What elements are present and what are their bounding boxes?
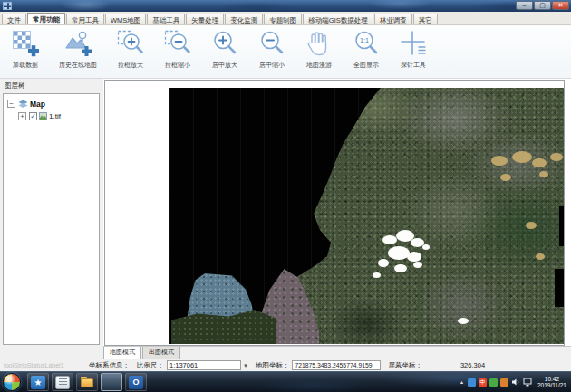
volume-icon[interactable] bbox=[511, 378, 520, 387]
map-viewport[interactable] bbox=[104, 80, 565, 346]
tab-layout-mode[interactable]: 出图模式 bbox=[142, 347, 180, 359]
toolbar-button-label: 居中缩小 bbox=[259, 61, 285, 70]
toolbar-button-label: 加载数据 bbox=[13, 61, 38, 70]
menu-tab-vector-processing[interactable]: 矢量处理 bbox=[186, 14, 224, 24]
clearing-patch bbox=[526, 222, 537, 229]
toolbar-button-label: 历史在线地图 bbox=[59, 61, 97, 70]
minimize-button[interactable]: – bbox=[516, 1, 533, 10]
collapse-icon[interactable]: − bbox=[7, 100, 15, 108]
clearing-patch bbox=[500, 174, 511, 181]
toolbar-button-label: 探针工具 bbox=[401, 61, 426, 70]
raster-file-icon bbox=[39, 112, 47, 120]
scale-input[interactable]: 1:137061 bbox=[167, 360, 241, 370]
status-strip-label: toolStripStatusLabel1 bbox=[4, 362, 82, 368]
cloud bbox=[413, 262, 422, 268]
box-zoom-out-icon bbox=[162, 27, 193, 60]
cloud bbox=[382, 235, 397, 244]
tray-blue-app-icon[interactable] bbox=[468, 378, 476, 387]
svg-text:1:1: 1:1 bbox=[360, 36, 369, 44]
menu-tab-other[interactable]: 其它 bbox=[413, 14, 438, 24]
layer-checkbox[interactable]: ✓ bbox=[29, 112, 37, 120]
taskbar-forestry-gis-app[interactable]: 林 bbox=[101, 373, 122, 391]
clearing-patch bbox=[532, 158, 547, 167]
tray-expand-icon[interactable]: ▲ bbox=[460, 379, 464, 385]
tray-green-app-icon[interactable] bbox=[489, 378, 498, 387]
tree-node-label[interactable]: 1.tif bbox=[49, 112, 61, 120]
cloud bbox=[378, 259, 389, 267]
tab-map-mode[interactable]: 地图模式 bbox=[103, 347, 141, 359]
tree-node-layer[interactable]: + ✓ 1.tif bbox=[4, 110, 99, 122]
taskbar-clock[interactable]: 10:42 2019/11/21 bbox=[537, 376, 566, 389]
layer-panel: 图层树 − Map + ✓ bbox=[0, 79, 102, 359]
cloud bbox=[407, 252, 421, 262]
map-coord-label: 地图坐标： bbox=[256, 361, 290, 370]
cloud bbox=[458, 318, 469, 324]
cloud bbox=[373, 272, 381, 278]
maximize-button[interactable]: ▢ bbox=[534, 1, 551, 10]
probe-tool-button[interactable]: 探针工具 bbox=[390, 27, 437, 76]
menu-tab-common-functions[interactable]: 常用功能 bbox=[27, 13, 65, 24]
taskbar: ★ 林 O ▲ 中 bbox=[0, 371, 571, 392]
menu-tab-mobile-gis-data[interactable]: 移动端GIS数据处理 bbox=[303, 14, 373, 24]
scale-dropdown-icon[interactable]: ▼ bbox=[243, 363, 248, 368]
history-online-map-icon bbox=[63, 27, 93, 60]
clearing-patch bbox=[539, 171, 548, 177]
toolbar-button-label: 全图显示 bbox=[353, 61, 379, 70]
menu-tab-file[interactable]: 文件 bbox=[2, 14, 26, 24]
taskbar-star-app[interactable]: ★ bbox=[27, 373, 49, 391]
full-extent-button[interactable]: 1:1 全图显示 bbox=[343, 27, 390, 76]
main-content: 图层树 − Map + ✓ bbox=[0, 79, 571, 359]
clearing-patch bbox=[536, 253, 545, 260]
map-pan-icon bbox=[304, 27, 334, 60]
menu-tab-wms-map[interactable]: WMS地图 bbox=[105, 14, 146, 24]
box-zoom-out-button[interactable]: 拉框缩小 bbox=[154, 27, 201, 76]
system-tray: ▲ 中 10:42 2019/11/21 bbox=[460, 376, 568, 389]
expand-icon[interactable]: + bbox=[18, 112, 26, 120]
center-zoom-out-icon bbox=[256, 27, 287, 60]
history-online-map-button[interactable]: 历史在线地图 bbox=[49, 27, 107, 76]
no-data-notch bbox=[559, 206, 565, 246]
start-button[interactable] bbox=[3, 373, 21, 391]
tray-ime-icon[interactable]: 中 bbox=[479, 378, 487, 387]
menu-tab-forestry-survey[interactable]: 林业调查 bbox=[374, 14, 412, 24]
clock-date: 2019/11/21 bbox=[537, 382, 566, 389]
title-bar: – ▢ ✕ bbox=[0, 0, 571, 12]
app-window-icon bbox=[3, 2, 12, 10]
application-window: – ▢ ✕ 文件 常用功能 常用工具 WMS地图 基础工具 矢量处理 变化监测 … bbox=[0, 0, 571, 392]
map-pan-button[interactable]: 地图漫游 bbox=[295, 27, 343, 76]
taskbar-notepad-app[interactable] bbox=[52, 373, 73, 391]
coord-system-label: 坐标系信息： bbox=[89, 361, 130, 370]
map-canvas[interactable] bbox=[169, 88, 565, 344]
menu-tab-bar: 文件 常用功能 常用工具 WMS地图 基础工具 矢量处理 变化监测 专题制图 移… bbox=[0, 12, 571, 25]
taskbar-explorer-app[interactable] bbox=[76, 373, 98, 391]
network-icon[interactable] bbox=[523, 378, 532, 387]
tray-orange-app-icon[interactable] bbox=[500, 378, 508, 387]
load-data-button[interactable]: 加载数据 bbox=[2, 27, 49, 76]
close-button[interactable]: ✕ bbox=[552, 1, 569, 10]
box-zoom-in-icon bbox=[115, 27, 146, 60]
map-panel bbox=[103, 79, 571, 359]
cloud bbox=[422, 244, 430, 250]
center-zoom-out-button[interactable]: 居中缩小 bbox=[248, 27, 295, 76]
clearing-patch bbox=[491, 156, 508, 166]
taskbar-o-app[interactable]: O bbox=[125, 373, 147, 391]
menu-tab-thematic-mapping[interactable]: 专题制图 bbox=[264, 14, 302, 24]
notepad-app-icon bbox=[55, 376, 70, 389]
tree-node-map[interactable]: − Map bbox=[4, 98, 99, 110]
box-zoom-in-button[interactable]: 拉框放大 bbox=[107, 27, 154, 76]
map-mode-tabbar: 地图模式 出图模式 bbox=[103, 346, 571, 359]
clearing-patch bbox=[550, 153, 563, 161]
toolbar-button-label: 地图漫游 bbox=[306, 61, 332, 70]
tree-node-label[interactable]: Map bbox=[30, 100, 45, 109]
center-zoom-in-button[interactable]: 居中放大 bbox=[201, 27, 248, 76]
toolbar-button-label: 拉框放大 bbox=[118, 61, 143, 70]
load-data-icon bbox=[10, 27, 41, 60]
menu-tab-change-monitoring[interactable]: 变化监测 bbox=[225, 14, 263, 24]
probe-tool-icon bbox=[398, 27, 429, 60]
menu-tab-common-tools[interactable]: 常用工具 bbox=[66, 14, 104, 24]
menu-tab-basic-tools[interactable]: 基础工具 bbox=[147, 14, 185, 24]
screen-coord-label: 屏幕坐标： bbox=[388, 361, 422, 370]
star-app-icon: ★ bbox=[31, 376, 45, 389]
full-extent-icon: 1:1 bbox=[351, 27, 382, 60]
map-coord-value[interactable]: 721875.3483,2455774.9159 bbox=[292, 360, 381, 370]
